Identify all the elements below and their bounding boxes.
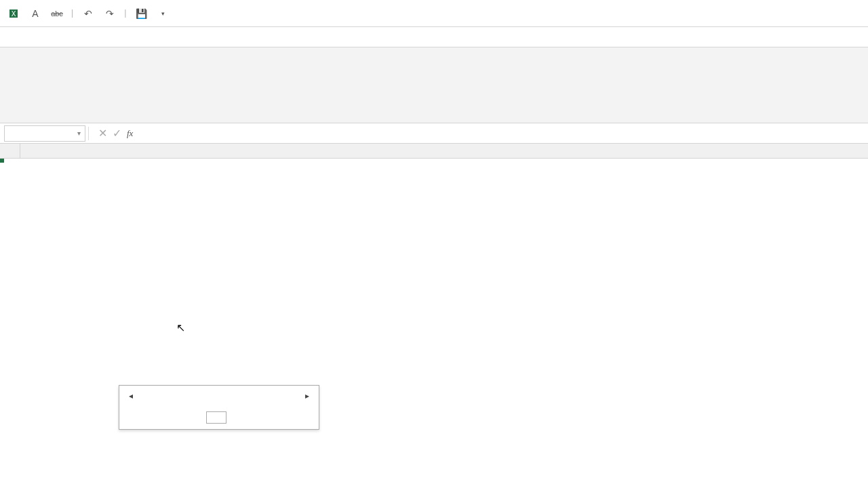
prev-month-button[interactable]: ◂ <box>125 390 137 402</box>
strike-icon[interactable]: abc <box>49 5 65 22</box>
title-bar: X A abc │ ↶ ↷ │ 💾 ▾ <box>0 0 868 27</box>
next-month-button[interactable]: ▸ <box>301 390 313 402</box>
excel-icon[interactable]: X <box>5 5 22 22</box>
svg-text:X: X <box>12 10 16 18</box>
chevron-down-icon[interactable]: ▾ <box>77 129 81 137</box>
spreadsheet: ◂ ▸ ↖ <box>0 144 868 159</box>
select-all-corner[interactable] <box>0 144 20 158</box>
enter-icon[interactable]: ✓ <box>113 127 121 140</box>
name-box[interactable]: ▾ <box>4 125 85 142</box>
undo-icon[interactable]: ↶ <box>80 5 96 22</box>
calendar-popup: ◂ ▸ <box>119 385 319 430</box>
quick-access-toolbar: X A abc │ ↶ ↷ │ 💾 ▾ <box>0 5 172 22</box>
formula-bar-row: ▾ ✕ ✓ fx <box>0 123 868 144</box>
ribbon-tabs <box>0 27 868 47</box>
mouse-cursor: ↖ <box>176 321 185 334</box>
ribbon <box>0 47 868 123</box>
cancel-icon[interactable]: ✕ <box>98 127 107 140</box>
column-headers <box>0 144 868 159</box>
fx-icon[interactable]: fx <box>127 128 133 139</box>
redo-icon[interactable]: ↷ <box>102 5 118 22</box>
qat-customize-icon[interactable]: ▾ <box>155 5 172 22</box>
save-icon[interactable]: 💾 <box>134 5 150 22</box>
today-highlight-box <box>206 411 226 424</box>
formula-input[interactable] <box>140 125 868 142</box>
fill-handle[interactable] <box>0 159 4 163</box>
font-icon[interactable]: A <box>27 5 43 22</box>
